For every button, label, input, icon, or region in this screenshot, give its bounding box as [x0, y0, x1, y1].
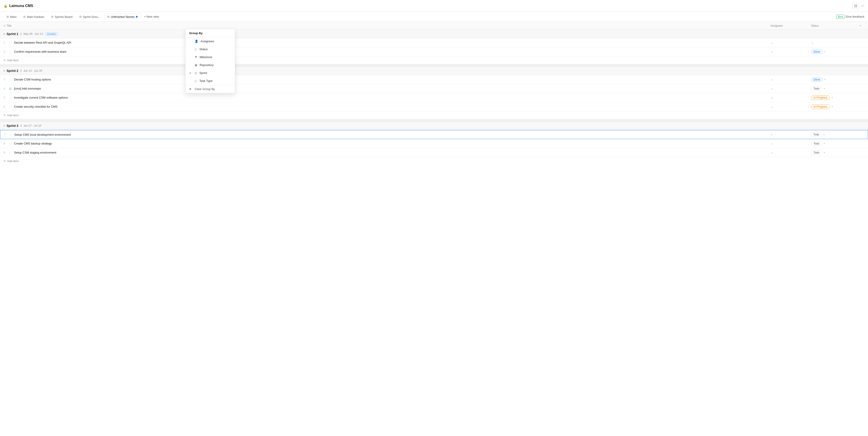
add-item-label: Add item: [7, 59, 19, 62]
row-status: In Progress ▾: [811, 95, 856, 100]
assignee-dropdown-arrow: ▾: [771, 51, 772, 53]
status-dropdown[interactable]: Todo ▾: [811, 150, 856, 155]
row-title: Create security checklist for CMS: [14, 105, 770, 108]
row-number: 1: [4, 41, 9, 44]
menu-icon-milestone: ⚑: [195, 55, 197, 59]
row-title: Decide CSM hosting options: [14, 78, 770, 81]
status-dropdown[interactable]: In Progress ▾: [811, 105, 856, 109]
table-row[interactable]: 5 ◌ Investigate current CSM software opt…: [0, 93, 868, 102]
tab-sprint-group-icon: ⊞: [79, 15, 82, 18]
new-view-btn[interactable]: + New view: [142, 13, 161, 20]
layout-icon-btn[interactable]: ⊡: [852, 2, 859, 9]
menu-item-clear[interactable]: ✕ Clear Group By: [186, 85, 235, 93]
menu-icon-task-type: ◻: [195, 79, 197, 83]
col-status-header: Status: [811, 24, 856, 27]
menu-icon-assignees: 👤: [195, 39, 198, 43]
table-row[interactable]: 4 ⊙ [cms] Add monorepo ▾ Todo ▾: [0, 84, 868, 93]
sprint-spacer-2: [0, 119, 868, 122]
status-badge[interactable]: Todo: [811, 132, 822, 137]
sprint-toggle-sprint2[interactable]: ▾: [4, 70, 5, 72]
table-row[interactable]: 3 ◌ Decide CSM hosting options ▾ Done ▾: [0, 75, 868, 84]
task-icon: ◌: [9, 78, 12, 81]
tab-main-kanban[interactable]: ⊞ Main Kanban: [20, 13, 47, 20]
task-icon: ◌: [9, 96, 12, 99]
row-icon: ◌: [9, 133, 14, 136]
sprint-toggle-sprint1[interactable]: ▾: [4, 33, 5, 35]
lock-icon: 🔒: [4, 4, 7, 8]
row-status: Done ▾: [811, 77, 856, 82]
row-title: Investigate current CSM software options: [14, 96, 770, 99]
add-plus-icon: +: [4, 159, 6, 163]
status-badge[interactable]: Todo: [811, 86, 822, 91]
status-dropdown[interactable]: In Progress ▾: [811, 95, 856, 100]
row-assignee: ▾: [770, 142, 811, 145]
menu-item-assignees[interactable]: 👤 Assignees: [186, 37, 235, 45]
sprint-count-sprint3: 4: [20, 124, 22, 127]
row-title: [cms] Add monorepo: [14, 87, 770, 90]
table-row[interactable]: 2 ◌ Confirm requirments with business te…: [0, 47, 868, 56]
assignee-dropdown-arrow: ▾: [771, 152, 772, 154]
status-dropdown[interactable]: Todo ▾: [811, 132, 856, 137]
tab-main[interactable]: ⊞ Main: [4, 13, 20, 20]
row-icon: ◌: [9, 78, 14, 81]
status-dropdown[interactable]: Done ▾: [811, 77, 856, 82]
status-badge[interactable]: Todo: [811, 150, 822, 155]
filter-icon: ≡: [4, 24, 5, 27]
sprint-toggle-sprint3[interactable]: ▾: [4, 125, 5, 127]
dropdown-arrow-empty: ▾: [812, 42, 813, 44]
table-row[interactable]: 8 ◌ Create CMS backup strategy ▾ Todo ▾: [0, 139, 868, 148]
menu-item-task-type[interactable]: ◻ Task Type: [186, 77, 235, 85]
status-badge[interactable]: Done: [811, 77, 823, 82]
row-assignee: ▾: [770, 78, 811, 81]
status-dropdown[interactable]: Done ▾: [811, 50, 856, 54]
sprint-dates-sprint1: May 30 - Jun 12: [24, 32, 43, 35]
top-bar: 🔒 Laimuna CMS ⊡ ···: [0, 0, 868, 12]
tab-main-kanban-icon: ⊞: [23, 15, 26, 18]
table-row[interactable]: 6 ◌ Create security checklist for CMS ▾ …: [0, 102, 868, 111]
table-row[interactable]: 9 ◌ Setup CSM staging environment ▾ Todo…: [0, 148, 868, 157]
add-item-label: Add item: [7, 114, 19, 117]
assignee-dropdown-arrow: ▾: [771, 134, 772, 136]
add-item-sprint2[interactable]: + Add item: [0, 111, 868, 119]
tab-sprints-board-icon: ⊞: [51, 15, 53, 18]
feedback-link[interactable]: Give feedback: [846, 15, 864, 18]
add-item-sprint3[interactable]: + Add item: [0, 157, 868, 165]
sprint-label-sprint2: Sprint 2: [6, 69, 18, 72]
menu-item-status[interactable]: ◻ Status: [186, 45, 235, 53]
status-badge[interactable]: In Progress: [811, 95, 830, 100]
dropdown-arrow: ▾: [824, 134, 825, 136]
row-icon: ⊙: [9, 87, 14, 90]
status-badge[interactable]: Done: [811, 50, 823, 54]
task-icon: ◌: [9, 50, 12, 54]
status-dropdown[interactable]: Todo ▾: [811, 86, 856, 91]
dropdown-arrow: ▾: [824, 151, 825, 154]
col-add-header[interactable]: +: [856, 24, 864, 27]
menu-label-status: Status: [199, 48, 208, 51]
dropdown-arrow: ▾: [825, 51, 826, 53]
table-row[interactable]: 1 ◌ Decide between Rest API and GraphQL …: [0, 38, 868, 47]
assignee-dropdown-arrow: ▾: [771, 42, 772, 44]
menu-item-repository[interactable]: ▣ Repository: [186, 61, 235, 69]
tab-sprint-group[interactable]: ⊞ Sprint Grou...: [76, 13, 103, 20]
status-dropdown[interactable]: Todo ▾: [811, 141, 856, 146]
add-item-sprint1[interactable]: + Add item: [0, 56, 868, 64]
status-badge[interactable]: In Progress: [811, 105, 830, 109]
more-options-btn[interactable]: ···: [861, 3, 864, 8]
assignee-dropdown-arrow: ▾: [771, 97, 772, 99]
tab-unfinished-stories[interactable]: ⊞ Unfinished Stories: [104, 13, 141, 20]
menu-icon-sprint: ◎: [195, 71, 197, 75]
table-row[interactable]: 7 ◌ Setup CMS local development environm…: [0, 130, 868, 139]
menu-item-sprint[interactable]: ✓ ◎ Sprint: [186, 69, 235, 77]
app-name: Laimuna CMS: [9, 4, 33, 8]
sprint-header-sprint2[interactable]: ▾ Sprint 2 4 Jun 13 - Jun 26: [0, 67, 868, 75]
tab-sprints-board[interactable]: ⊞ Sprints Board: [48, 13, 75, 20]
status-badge[interactable]: Todo: [811, 141, 822, 146]
column-header: ≡ Title Assignees Status +: [0, 22, 868, 30]
sprint-header-sprint3[interactable]: ▾ Sprint 3 4 Jun 27 - Jul 10: [0, 122, 868, 130]
task-icon-green: ⊙: [9, 87, 12, 90]
menu-item-milestone[interactable]: ⚑ Milestone: [186, 53, 235, 61]
row-assignee: ▾: [770, 41, 811, 45]
tab-main-label: Main: [10, 15, 17, 19]
row-title: Setup CMS local development environment: [14, 133, 770, 136]
sprint-header-sprint1[interactable]: ▾ Sprint 1 2 May 30 - Jun 12 Current: [0, 30, 868, 38]
